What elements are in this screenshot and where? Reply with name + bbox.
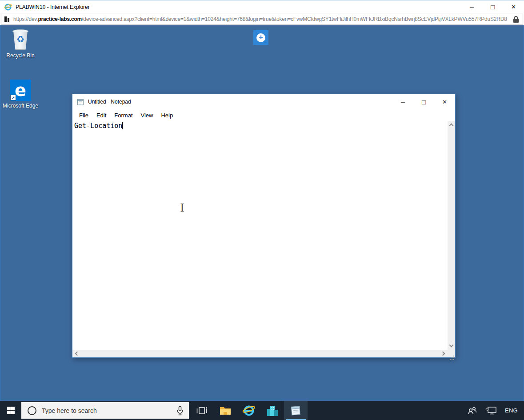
notepad-icon [77, 98, 84, 106]
scroll-left-icon[interactable] [75, 352, 80, 356]
circle-plus-icon: + [256, 33, 265, 42]
network-icon [485, 406, 497, 415]
people-icon [467, 406, 477, 415]
menu-format[interactable]: Format [110, 111, 136, 120]
start-button[interactable] [0, 401, 21, 420]
browser-titlebar: PLABWIN10 - Internet Explorer ─ □ ✕ [0, 0, 524, 13]
microphone-icon[interactable] [176, 406, 184, 416]
system-tray: ENG [463, 401, 524, 420]
internet-explorer-button[interactable] [237, 401, 260, 420]
ssl-lock-icon [513, 16, 519, 23]
menu-help[interactable]: Help [157, 111, 177, 120]
notepad-close-button[interactable]: ✕ [434, 94, 455, 109]
scroll-down-icon[interactable] [449, 343, 454, 348]
scroll-right-icon[interactable] [441, 352, 445, 356]
notepad-window-title: Untitled - Notepad [88, 99, 131, 105]
notepad-body: Get-Location [72, 121, 455, 357]
taskbar-search-box[interactable] [21, 402, 189, 419]
notepad-window-controls: ─ □ ✕ [392, 94, 455, 109]
lab-toolbar-expand-button[interactable]: + [253, 30, 268, 45]
windows-logo-icon [7, 407, 15, 414]
desktop-icon-label: Microsoft Edge [2, 103, 39, 109]
browser-close-button[interactable]: ✕ [503, 0, 524, 13]
network-tray-button[interactable] [481, 401, 501, 420]
browser-address-row: https://dev.practice-labs.com/device-adv… [0, 13, 524, 25]
edge-icon: e ↗ [10, 80, 31, 101]
notepad-minimize-button[interactable]: ─ [392, 94, 413, 109]
desktop-icon-label: Recycle Bin [2, 52, 39, 59]
task-view-icon [196, 406, 208, 416]
browser-minimize-button[interactable]: ─ [461, 0, 482, 13]
cortana-icon [28, 406, 36, 415]
address-bar[interactable]: https://dev.practice-labs.com/device-adv… [1, 14, 523, 24]
notepad-menubar: File Edit Format View Help [72, 109, 455, 121]
desktop-icon-microsoft-edge[interactable]: e ↗ Microsoft Edge [2, 80, 39, 109]
url-domain: practice-labs.com [38, 16, 82, 22]
practice-labs-favicon [4, 16, 10, 22]
internet-explorer-taskbar-icon [242, 404, 256, 417]
menu-view[interactable]: View [137, 111, 157, 120]
language-code: ENG [505, 407, 518, 414]
browser-window-title: PLABWIN10 - Internet Explorer [16, 4, 90, 10]
notepad-text: Get-Location [74, 122, 122, 130]
browser-window-controls: ─ □ ✕ [461, 0, 524, 13]
resize-grip[interactable] [448, 350, 455, 357]
internet-explorer-icon [4, 3, 12, 11]
notepad-window: Untitled - Notepad ─ □ ✕ File Edit Forma… [72, 94, 456, 358]
notepad-text-area[interactable]: Get-Location [72, 121, 448, 350]
desktop-icon-recycle-bin[interactable]: ♻ Recycle Bin [2, 29, 39, 59]
search-input[interactable] [42, 407, 176, 414]
file-explorer-icon [219, 405, 232, 416]
task-view-button[interactable] [190, 401, 213, 420]
remote-desktop: ♻ Recycle Bin e ↗ Microsoft Edge + [0, 25, 524, 401]
taskbar: ENG [0, 401, 524, 420]
server-manager-button[interactable] [260, 401, 284, 420]
url-path: /device-advanced.aspx?client=html&device… [82, 16, 507, 22]
language-indicator[interactable]: ENG [501, 401, 524, 420]
vertical-scrollbar[interactable] [448, 121, 455, 350]
notepad-taskbar-button[interactable] [284, 401, 308, 420]
url-text: https://dev.practice-labs.com/device-adv… [13, 16, 510, 22]
file-explorer-button[interactable] [213, 401, 237, 420]
people-tray-button[interactable] [463, 401, 481, 420]
notepad-taskbar-icon [290, 405, 302, 416]
horizontal-scrollbar[interactable] [72, 350, 448, 357]
buildings-icon [266, 405, 279, 416]
recycle-bin-icon: ♻ [10, 29, 31, 51]
menu-file[interactable]: File [75, 111, 92, 120]
scroll-up-icon[interactable] [449, 124, 454, 128]
shortcut-arrow-icon: ↗ [10, 95, 16, 100]
notepad-maximize-button[interactable]: □ [413, 94, 434, 109]
notepad-titlebar[interactable]: Untitled - Notepad ─ □ ✕ [72, 94, 455, 109]
menu-edit[interactable]: Edit [92, 111, 110, 120]
text-caret [122, 122, 123, 129]
remote-session-window: PLABWIN10 - Internet Explorer ─ □ ✕ http… [0, 0, 524, 420]
ibeam-mouse-cursor: I [179, 202, 186, 214]
url-protocol: https://dev. [13, 16, 38, 22]
browser-maximize-button[interactable]: □ [482, 0, 503, 13]
